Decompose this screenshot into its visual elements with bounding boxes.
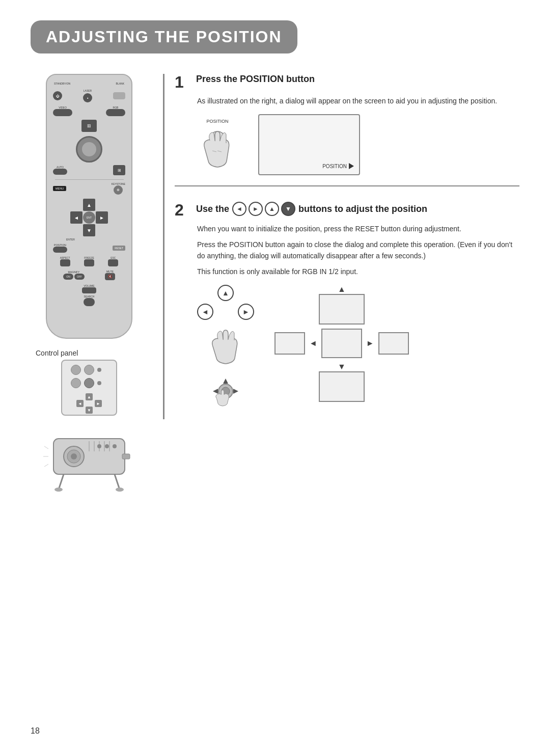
screen-top: [319, 294, 365, 325]
dpad-empty-br: [96, 224, 108, 236]
arrow-mid-row: ◄ ►: [197, 304, 254, 320]
esc-btn[interactable]: [108, 259, 118, 266]
cp-dpad-left[interactable]: ◄: [76, 400, 84, 407]
left-column: STANDBY/ON BLANK ⏻ LASER ●: [31, 74, 148, 495]
arrow-right-circle: ►: [238, 304, 254, 320]
diag-arrow-up: ▲: [338, 285, 346, 294]
reset-btn[interactable]: RESET: [113, 246, 125, 251]
aspect-btn[interactable]: [60, 259, 70, 266]
step2-section: 2 Use the ◄ ► ▲ ▼: [175, 202, 519, 419]
page: ADJUSTING THE POSITION STANDBY/ON BLANK …: [0, 0, 550, 756]
screen-dialog: POSITION: [258, 114, 360, 175]
down-btn-icon: ▼: [281, 202, 295, 216]
position-btn[interactable]: [53, 247, 67, 253]
screen-bottom: [319, 371, 365, 402]
svg-rect-19: [122, 454, 130, 459]
menu-btn[interactable]: MENU: [53, 186, 66, 191]
volume-area: VOLUME: [82, 284, 96, 293]
remote-top-labels: STANDBY/ON BLANK: [51, 80, 127, 87]
right-column: 1 Press the POSITION button As illustrat…: [163, 74, 519, 495]
step1-title: Press the POSITION button: [196, 74, 315, 85]
magnify-on-btn[interactable]: ON: [63, 274, 73, 280]
video-rgb-row: VIDEO RGB: [51, 105, 127, 117]
magnify-mute-row: MAGNIFY ON OFF MUTE 🔇: [51, 269, 127, 281]
arrow-center-space: [217, 304, 234, 320]
laser-btn[interactable]: ●: [83, 93, 92, 102]
rgb-btn[interactable]: [106, 109, 125, 116]
auto-row: AUTO ⊞: [51, 164, 127, 176]
position-dialog-label: POSITION: [322, 163, 354, 169]
cp-btn1[interactable]: [71, 365, 81, 375]
cp-indicator2: [97, 381, 101, 385]
control-panel-label: Control panel: [36, 349, 78, 357]
svg-line-13: [115, 474, 120, 490]
magnify-off-btn[interactable]: OFF: [74, 274, 85, 280]
svg-marker-25: [223, 379, 228, 384]
screen-left: [274, 332, 305, 355]
dpad-right[interactable]: ►: [96, 211, 108, 224]
step2-desc3: This function is only available for RGB …: [197, 266, 519, 277]
cp-btn2[interactable]: [84, 365, 94, 375]
step1-content: As illustrated on the right, a dialog wi…: [175, 95, 519, 175]
up-btn-icon: ▲: [265, 202, 279, 216]
cp-dpad-down[interactable]: ▼: [86, 407, 93, 414]
diag-arrow-down: ▼: [338, 362, 346, 371]
dpad-left[interactable]: ◄: [70, 211, 82, 224]
video-btn[interactable]: [53, 109, 72, 116]
position-dialog-text: POSITION: [322, 164, 347, 169]
volume-btn[interactable]: [82, 287, 96, 293]
svg-point-9: [97, 444, 101, 448]
svg-point-15: [116, 488, 124, 492]
dpad-area: ▲ ◄ ENT ► ▼: [70, 199, 108, 236]
svg-point-10: [105, 444, 109, 448]
title-bar: ADJUSTING THE POSITION: [31, 20, 297, 53]
joystick4way-area: [208, 373, 243, 409]
freeze-btn[interactable]: [84, 259, 94, 266]
step2-title-part1: Use the: [196, 204, 229, 214]
arrows-section: ▲ ◄ ►: [197, 285, 254, 409]
svg-point-11: [113, 444, 117, 448]
svg-line-16: [44, 446, 48, 449]
left-btn-icon: ◄: [232, 202, 246, 216]
step1-section: 1 Press the POSITION button As illustrat…: [175, 74, 519, 186]
cp-dpad-up[interactable]: ▲: [86, 393, 93, 400]
auto-btn[interactable]: [53, 169, 67, 175]
page-title: ADJUSTING THE POSITION: [46, 28, 282, 46]
joystick-area: [76, 136, 102, 163]
arrow-left-circle: ◄: [197, 304, 213, 320]
blank-btn[interactable]: [113, 92, 125, 99]
dpad-empty-bl: [70, 224, 82, 236]
cp-btn3[interactable]: [71, 378, 81, 388]
mute-btn[interactable]: 🔇: [105, 273, 115, 280]
joystick[interactable]: [76, 136, 102, 163]
search-btn[interactable]: [84, 298, 95, 306]
cp-dpad-right[interactable]: ►: [95, 400, 102, 407]
power-btn[interactable]: ⏻: [53, 91, 62, 100]
svg-line-18: [44, 464, 48, 467]
step2-desc1: When you want to initialize the position…: [197, 223, 519, 234]
screen-right: [378, 332, 409, 355]
hand4way-svg: [205, 325, 246, 366]
right-col-inner: 1 Press the POSITION button As illustrat…: [163, 74, 519, 419]
position-diagrams: ▲ ◄ ►: [274, 285, 409, 409]
diagram-bottom: ▼: [319, 362, 365, 402]
diagram-mid: ◄ ►: [274, 329, 409, 358]
keystone-btn[interactable]: ⊕: [114, 185, 123, 195]
joystick4way-svg: [208, 373, 243, 409]
step2-title-part2: buttons to adjust the position: [298, 204, 427, 214]
svg-marker-27: [213, 389, 218, 394]
square-btn[interactable]: ⊞: [81, 120, 97, 132]
cp-btn4[interactable]: [84, 378, 94, 388]
dpad-enter[interactable]: ENT: [83, 211, 95, 224]
square-btn2[interactable]: ⊞: [113, 165, 125, 175]
aspect-freeze-esc-row: ASPECT FREEZE ESC: [51, 255, 127, 267]
power-laser-row: ⏻ LASER ●: [51, 88, 127, 103]
dpad-empty-tr: [96, 199, 108, 211]
projector-illustration: [43, 423, 135, 495]
dpad-down[interactable]: ▼: [83, 224, 95, 236]
position-reset-row: POSITION RESET: [51, 242, 127, 254]
step1-position-label: POSITION: [206, 119, 228, 124]
dpad-up[interactable]: ▲: [83, 199, 95, 211]
cp-indicator1: [97, 368, 101, 372]
svg-line-12: [59, 474, 64, 490]
